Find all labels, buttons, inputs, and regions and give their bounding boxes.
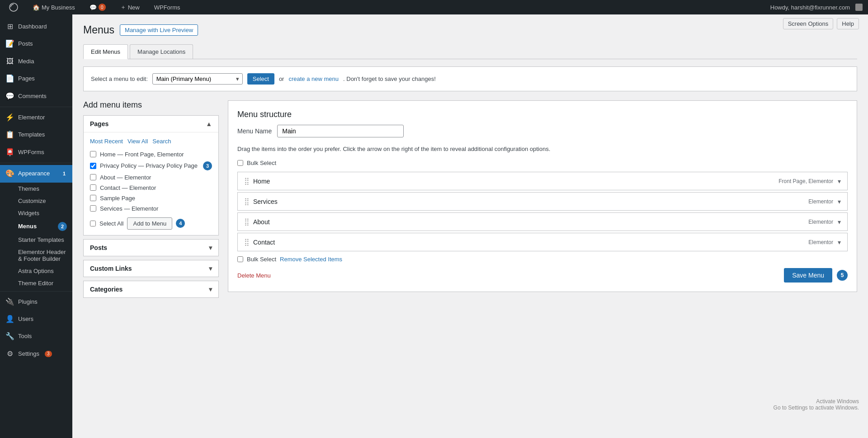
select-menu-label: Select a menu to edit:: [91, 75, 148, 82]
sidebar-item-tools[interactable]: 🔧 Tools: [0, 328, 72, 345]
page-privacy-checkbox[interactable]: [90, 163, 96, 169]
or-text: or: [279, 75, 284, 82]
sidebar-sub-widgets[interactable]: Widgets: [0, 207, 72, 219]
help-button[interactable]: Help: [837, 18, 859, 29]
bulk-select-bottom-label: Bulk Select: [247, 256, 276, 263]
posts-accordion-header[interactable]: Posts ▾: [84, 240, 218, 256]
sidebar-item-pages[interactable]: 📄 Pages: [0, 70, 72, 87]
sidebar-sub-themes[interactable]: Themes: [0, 183, 72, 195]
step4-badge: 4: [176, 219, 185, 228]
menu-item-contact-arrow[interactable]: ▾: [838, 239, 841, 246]
categories-label: Categories: [90, 286, 123, 293]
comments-icon: 💬: [90, 4, 97, 11]
page-home-checkbox[interactable]: [90, 151, 96, 157]
menu-select-wrap: Main (Primary Menu): [152, 73, 243, 85]
remove-selected-link[interactable]: Remove Selected Items: [280, 256, 342, 263]
add-items-panel: Add menu items Pages ▲ Most Recent View …: [83, 100, 219, 301]
menu-name-input[interactable]: [277, 125, 404, 137]
sidebar-label-users: Users: [18, 315, 33, 323]
bulk-select-top-checkbox[interactable]: [237, 160, 243, 166]
screen-options-button[interactable]: Screen Options: [783, 18, 834, 29]
page-contact-checkbox[interactable]: [90, 184, 96, 191]
menu-name-row: Menu Name: [237, 125, 848, 137]
step2-badge: 2: [58, 222, 67, 231]
menu-item-home-arrow[interactable]: ▾: [838, 178, 841, 185]
page-sample-checkbox[interactable]: [90, 195, 96, 201]
sidebar-item-wpforms[interactable]: 📮 WPForms: [0, 144, 72, 161]
media-icon: 🖼: [5, 57, 14, 66]
menu-item-home[interactable]: ⣿ Home Front Page, Elementor ▾: [237, 172, 848, 190]
plugins-icon: 🔌: [5, 297, 14, 307]
wpforms-link[interactable]: WPForms: [151, 0, 184, 14]
pages-section-label: Pages: [90, 120, 108, 127]
dashboard-icon: ⊞: [5, 22, 14, 32]
sidebar-item-elementor[interactable]: ⚡ Elementor: [0, 109, 72, 126]
user-avatar[interactable]: [855, 4, 863, 11]
sidebar-item-media[interactable]: 🖼 Media: [0, 53, 72, 70]
tab-manage-locations[interactable]: Manage Locations: [130, 44, 193, 59]
sidebar-item-appearance[interactable]: 🎨 Appearance 1: [0, 165, 72, 182]
page-item-privacy: Privacy Policy — Privacy Policy Page 3: [90, 160, 212, 172]
wp-logo-link[interactable]: [5, 0, 22, 14]
menu-item-contact[interactable]: ⣿ Contact Elementor ▾: [237, 233, 848, 251]
drag-handle-services: ⣿: [244, 197, 250, 206]
sidebar-item-settings[interactable]: ⚙ Settings 3: [0, 345, 72, 363]
select-button[interactable]: Select: [247, 73, 274, 85]
custom-links-accordion-header[interactable]: Custom Links ▾: [84, 260, 218, 277]
step1-badge: 1: [60, 169, 69, 178]
sidebar-sub-astra-options[interactable]: Astra Options: [0, 265, 72, 277]
menu-item-about-arrow[interactable]: ▾: [838, 218, 841, 226]
search-tab[interactable]: Search: [152, 138, 171, 145]
my-business-link[interactable]: 🏠 My Business: [29, 0, 79, 14]
select-all-checkbox[interactable]: [90, 221, 96, 226]
menu-item-about[interactable]: ⣿ About Elementor ▾: [237, 212, 848, 231]
manage-live-preview-button[interactable]: Manage with Live Preview: [120, 24, 198, 36]
sidebar-sub-menus[interactable]: Menus 2: [0, 219, 72, 234]
new-content-link[interactable]: ＋ New: [117, 0, 143, 14]
sidebar-sub-elementor-header[interactable]: Elementor Header & Footer Builder: [0, 246, 72, 265]
sidebar-item-posts[interactable]: 📝 Posts: [0, 35, 72, 52]
my-business-icon: 🏠: [33, 4, 40, 11]
page-about-checkbox[interactable]: [90, 174, 96, 180]
sidebar-item-plugins[interactable]: 🔌 Plugins: [0, 293, 72, 311]
step5-badge: 5: [837, 270, 848, 281]
custom-links-accordion: Custom Links ▾: [83, 260, 219, 277]
menu-item-services-arrow[interactable]: ▾: [838, 198, 841, 205]
page-sample-label: Sample Page: [100, 195, 135, 202]
sidebar-sub-starter-templates[interactable]: Starter Templates: [0, 234, 72, 246]
add-to-menu-button[interactable]: Add to Menu: [127, 217, 172, 230]
windows-activate-line2: Go to Settings to activate Windows.: [774, 405, 859, 411]
sidebar-sub-theme-editor[interactable]: Theme Editor: [0, 277, 72, 289]
page-services-label: Services — Elementor: [100, 205, 158, 212]
sidebar-item-comments[interactable]: 💬 Comments: [0, 88, 72, 105]
sidebar-sub-customize[interactable]: Customize: [0, 195, 72, 207]
menu-item-about-type: Elementor: [808, 219, 833, 225]
categories-accordion-header[interactable]: Categories ▾: [84, 281, 218, 297]
menu-select-dropdown[interactable]: Main (Primary Menu): [152, 73, 243, 85]
main-content: Menus Manage with Live Preview Edit Menu…: [72, 14, 868, 438]
view-all-tab[interactable]: View All: [127, 138, 148, 145]
save-menu-button[interactable]: Save Menu: [784, 268, 832, 283]
menu-editor: Add menu items Pages ▲ Most Recent View …: [83, 100, 857, 301]
sidebar-item-users[interactable]: 👤 Users: [0, 311, 72, 328]
delete-menu-link[interactable]: Delete Menu: [237, 272, 271, 279]
create-new-menu-link[interactable]: create a new menu: [288, 75, 339, 82]
bulk-select-bottom-checkbox[interactable]: [237, 256, 243, 262]
sidebar-item-templates[interactable]: 📋 Templates: [0, 126, 72, 143]
tab-edit-menus[interactable]: Edit Menus: [83, 44, 128, 59]
sidebar-label-media: Media: [18, 57, 34, 66]
comments-link[interactable]: 💬 0: [86, 0, 109, 14]
sidebar-label-elementor: Elementor: [18, 113, 45, 122]
menu-bottom-actions: Delete Menu Save Menu 5: [237, 268, 848, 283]
most-recent-tab[interactable]: Most Recent: [90, 138, 123, 145]
menu-item-services[interactable]: ⣿ Services Elementor ▾: [237, 192, 848, 211]
categories-accordion: Categories ▾: [83, 281, 219, 298]
settings-icon: ⚙: [5, 349, 14, 359]
sidebar-item-dashboard[interactable]: ⊞ Dashboard: [0, 18, 72, 35]
sidebar-label-plugins: Plugins: [18, 298, 38, 306]
pages-accordion-header[interactable]: Pages ▲: [84, 116, 218, 132]
admin-bar: 🏠 My Business 💬 0 ＋ New WPForms Howdy, h…: [0, 0, 868, 14]
drag-handle-home: ⣿: [244, 177, 250, 185]
page-item-contact: Contact — Elementor: [90, 183, 212, 193]
page-services-checkbox[interactable]: [90, 205, 96, 212]
